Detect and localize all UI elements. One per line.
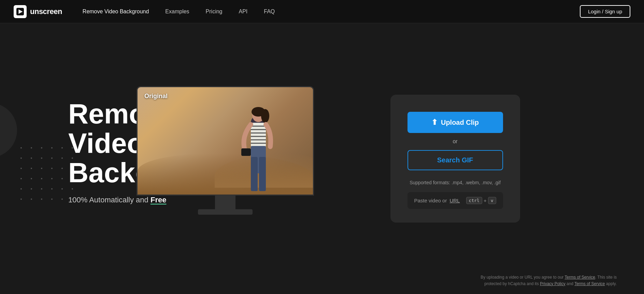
- dot: [31, 168, 32, 169]
- footer-privacy-link[interactable]: Privacy Policy: [540, 281, 566, 286]
- dot: [31, 178, 32, 179]
- svg-rect-17: [241, 148, 251, 156]
- plus-sign: +: [484, 198, 487, 203]
- nav-api[interactable]: API: [239, 9, 247, 15]
- upload-clip-button[interactable]: ⬆ Upload Clip: [407, 112, 503, 133]
- video-label: Original: [144, 93, 168, 100]
- dot: [41, 168, 42, 169]
- supported-formats: Supported formats: .mp4, .webm, .mov, .g…: [410, 180, 501, 185]
- logo-link[interactable]: unscreen: [14, 5, 62, 18]
- nav-links: Remove Video Background Examples Pricing…: [83, 9, 580, 15]
- paste-label: Paste video or: [414, 198, 447, 203]
- dot: [51, 178, 53, 179]
- dot: [41, 178, 42, 179]
- nav-right: Login / Sign up: [580, 5, 630, 18]
- dot: [20, 198, 22, 200]
- logo-icon: [14, 5, 27, 18]
- upload-btn-label: Upload Clip: [441, 119, 479, 126]
- upload-card: ⬆ Upload Clip or Search GIF Supported fo…: [390, 95, 520, 223]
- nav-examples[interactable]: Examples: [165, 9, 189, 15]
- svg-rect-16: [259, 157, 266, 191]
- dot: [31, 188, 32, 189]
- footer-end-text: apply.: [605, 281, 617, 286]
- keyboard-shortcut: ctrl + v: [466, 197, 496, 204]
- dot: [61, 178, 63, 179]
- dot: [41, 157, 42, 159]
- paste-bar: Paste video or URL ctrl + v: [407, 192, 503, 209]
- dot: [20, 168, 22, 169]
- dot: [20, 157, 22, 159]
- dot: [61, 168, 63, 169]
- dot: [20, 178, 22, 179]
- logo-text: unscreen: [30, 7, 62, 16]
- nav-remove-video-bg[interactable]: Remove Video Background: [83, 9, 149, 15]
- login-button[interactable]: Login / Sign up: [580, 5, 630, 18]
- dot: [61, 147, 63, 148]
- svg-point-6: [261, 109, 269, 123]
- dot: [20, 147, 22, 148]
- footer-text-prefix: By uploading a video or URL you agree to…: [481, 275, 564, 280]
- dot: [31, 147, 32, 148]
- or-divider: or: [453, 138, 457, 145]
- monitor-base: [198, 209, 253, 215]
- person-silhouette: [228, 95, 289, 195]
- dot: [31, 198, 32, 200]
- right-section: ⬆ Upload Clip or Search GIF Supported fo…: [280, 74, 644, 243]
- monitor-stand: [215, 196, 235, 209]
- nav-pricing[interactable]: Pricing: [206, 9, 223, 15]
- dot: [51, 168, 53, 169]
- dot: [20, 188, 22, 189]
- footer-tos-link[interactable]: Terms of Service: [565, 275, 595, 280]
- video-image: [138, 87, 313, 195]
- footer-and-text: and: [566, 281, 574, 286]
- main-content: Remove Video Background 100% Automatical…: [0, 0, 644, 294]
- footer-note: By uploading a video or URL you agree to…: [473, 274, 617, 287]
- upload-icon: ⬆: [431, 118, 438, 127]
- dot: [51, 147, 53, 148]
- dot: [61, 198, 63, 200]
- dot: [41, 198, 42, 200]
- dot: [41, 188, 42, 189]
- dot: [31, 157, 32, 159]
- svg-rect-15: [251, 157, 258, 191]
- left-section: Remove Video Background 100% Automatical…: [0, 79, 280, 239]
- dot: [41, 147, 42, 148]
- nav-faq[interactable]: FAQ: [264, 9, 275, 15]
- dot: [61, 188, 63, 189]
- footer-tos2-link[interactable]: Terms of Service: [574, 281, 605, 286]
- monitor-preview: Original: [137, 86, 314, 215]
- v-key: v: [488, 197, 496, 204]
- navbar: unscreen Remove Video Background Example…: [0, 0, 644, 23]
- ctrl-key: ctrl: [466, 197, 482, 204]
- search-gif-button[interactable]: Search GIF: [407, 150, 503, 170]
- dot: [51, 188, 53, 189]
- dot: [51, 157, 53, 159]
- monitor-screen: Original: [137, 86, 314, 196]
- dot: [51, 198, 53, 200]
- dot: [61, 157, 63, 159]
- url-label[interactable]: URL: [449, 198, 460, 203]
